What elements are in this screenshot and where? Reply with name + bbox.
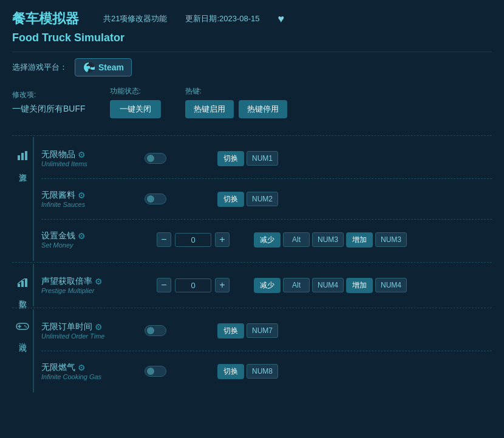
- mod-name-en: Prestige Multiplier: [41, 287, 145, 294]
- buff-col2-label: 功能状态:: [110, 86, 161, 96]
- svg-rect-3: [21, 153, 24, 160]
- gameplay-section-icon: [16, 322, 29, 334]
- svg-rect-4: [25, 151, 27, 160]
- meta-update: 更新日期:2023-08-15: [185, 13, 259, 24]
- hotkey-increase-btn[interactable]: 增加: [346, 232, 373, 248]
- svg-rect-2: [18, 155, 20, 160]
- game-title-cn: 餐车模拟器: [12, 10, 79, 28]
- hotkey-key: NUM8: [247, 364, 278, 379]
- mod-name-en: Infinite Sauces: [41, 201, 145, 208]
- svg-rect-5: [18, 284, 20, 287]
- steam-button[interactable]: Steam: [75, 58, 132, 76]
- buff-col3-label: 热键:: [185, 86, 287, 96]
- num-increase-btn[interactable]: +: [215, 232, 230, 247]
- hotkey-switch-btn[interactable]: 切换: [217, 323, 244, 339]
- num-decrease-btn[interactable]: −: [157, 232, 171, 247]
- data-section-label: 数据: [17, 294, 28, 296]
- hotkey-switch-btn[interactable]: 切换: [217, 364, 244, 379]
- num-display: 0: [175, 233, 211, 247]
- mod-name-en: Infinite Cooking Gas: [41, 373, 145, 380]
- mod-row-unlimited-order-time: 无限订单时间 ⚙ Unlimited Order Time 切换 NUM7: [41, 315, 492, 346]
- mod-name-en: Unlimited Items: [41, 160, 145, 167]
- one-key-close-button[interactable]: 一键关闭: [110, 100, 161, 118]
- toggle-switch[interactable]: [145, 325, 166, 336]
- mod-row-infinite-cooking-gas: 无限燃气 ⚙ Infinite Cooking Gas 切换 NUM8: [41, 356, 492, 386]
- steam-label: Steam: [98, 62, 124, 72]
- mod-name-cn: 无限订单时间 ⚙: [41, 322, 145, 332]
- buff-col1-label: 修改项:: [12, 90, 86, 100]
- meta-count: 共21项修改器功能: [103, 13, 167, 24]
- hotkey-decrease-btn[interactable]: 减少: [254, 232, 281, 248]
- num-increase-btn[interactable]: +: [215, 278, 230, 292]
- hotkey-enable-button[interactable]: 热键启用: [185, 100, 234, 118]
- hotkey-key2: NUM3: [375, 232, 407, 247]
- resources-section-icon: [16, 149, 29, 164]
- hotkey-key1: NUM4: [312, 278, 344, 292]
- svg-point-11: [24, 325, 26, 326]
- mod-name-cn: 设置金钱 ⚙: [41, 231, 145, 241]
- hotkey-key: NUM1: [247, 151, 278, 166]
- svg-rect-7: [25, 278, 27, 287]
- star-icon: ⚙: [95, 277, 103, 286]
- hotkey-switch-btn[interactable]: 切换: [217, 192, 244, 207]
- gameplay-section-label: 游戏: [17, 337, 28, 339]
- hotkey-decrease-btn[interactable]: 减少: [254, 278, 281, 293]
- hotkey-key1: NUM3: [312, 232, 344, 247]
- num-decrease-btn[interactable]: −: [157, 278, 171, 292]
- star-icon: ⚙: [78, 190, 86, 200]
- star-icon: ⚙: [78, 231, 86, 241]
- mod-name-en: Set Money: [41, 241, 145, 249]
- mod-name-cn: 无限酱料 ⚙: [41, 190, 145, 201]
- svg-rect-6: [21, 281, 24, 287]
- mod-name-cn: 声望获取倍率 ⚙: [41, 276, 145, 287]
- mod-name-en: Unlimited Order Time: [41, 332, 145, 340]
- mod-name-cn: 无限物品 ⚙: [41, 149, 145, 160]
- hotkey-key2: NUM4: [375, 278, 407, 292]
- hotkey-disable-button[interactable]: 热键停用: [239, 100, 287, 118]
- platform-label: 选择游戏平台：: [12, 62, 67, 73]
- hotkey-alt1: Alt: [283, 232, 310, 247]
- data-section-icon: [16, 276, 29, 291]
- svg-point-1: [87, 66, 90, 69]
- game-title-en: Food Truck Simulator: [12, 32, 492, 44]
- star-icon: ⚙: [95, 322, 103, 332]
- resources-section-label: 资源: [17, 167, 28, 169]
- mod-name-cn: 无限燃气 ⚙: [41, 362, 145, 373]
- toggle-switch[interactable]: [145, 194, 166, 204]
- star-icon: ⚙: [78, 363, 86, 372]
- mod-row-prestige-multiplier: 声望获取倍率 ⚙ Prestige Multiplier − 0 + 减少 Al…: [41, 270, 492, 300]
- svg-point-12: [26, 326, 27, 328]
- hotkey-key: NUM7: [247, 323, 278, 338]
- mod-row-unlimited-items: 无限物品 ⚙ Unlimited Items 切换 NUM1: [41, 143, 492, 174]
- hotkey-key: NUM2: [247, 192, 278, 206]
- hotkey-alt1: Alt: [283, 278, 310, 292]
- heart-icon: ♥: [278, 13, 285, 25]
- hotkey-increase-btn[interactable]: 增加: [346, 278, 373, 293]
- mod-row-infinite-sauces: 无限酱料 ⚙ Infinite Sauces 切换 NUM2: [41, 184, 492, 214]
- star-icon: ⚙: [78, 150, 86, 160]
- buff-col1-value: 一键关闭所有BUFF: [12, 104, 86, 115]
- toggle-switch[interactable]: [145, 153, 166, 164]
- mod-row-set-money: 设置金钱 ⚙ Set Money − 0 + 减少 Alt NUM3 增加 NU…: [41, 224, 492, 255]
- num-display: 0: [175, 278, 211, 292]
- hotkey-switch-btn[interactable]: 切换: [217, 151, 244, 166]
- toggle-switch[interactable]: [145, 366, 166, 377]
